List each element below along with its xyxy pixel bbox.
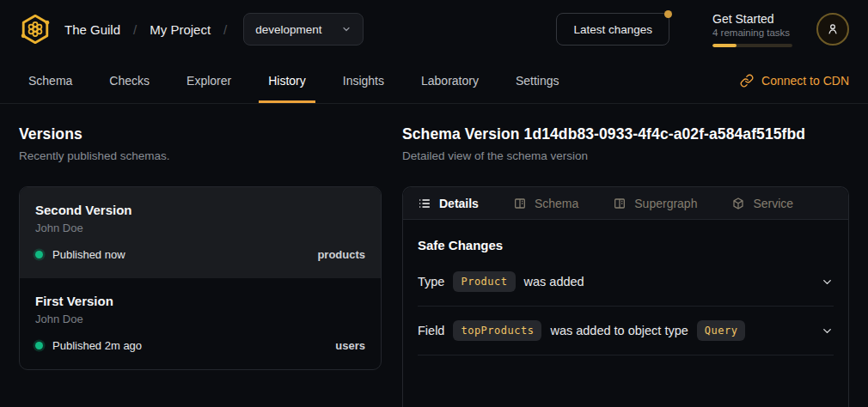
project-name[interactable]: My Project xyxy=(150,22,211,37)
columns-icon xyxy=(513,197,527,210)
tab-laboratory[interactable]: Laboratory xyxy=(412,58,488,103)
version-service: products xyxy=(317,248,365,261)
tab-supergraph[interactable]: Supergraph xyxy=(613,197,697,210)
changes-section: Safe Changes Type Product was added Fiel… xyxy=(403,238,848,355)
chevron-down-icon xyxy=(341,24,351,34)
version-list-item[interactable]: Second Version John Doe Published now pr… xyxy=(20,187,381,278)
code-badge: Product xyxy=(453,271,515,292)
tab-label: Schema xyxy=(535,197,578,210)
tab-schema[interactable]: Schema xyxy=(19,58,82,103)
link-icon xyxy=(740,74,754,88)
schema-version-subtitle: Detailed view of the schema version xyxy=(402,149,849,162)
get-started-progressbar xyxy=(712,44,792,47)
cube-icon xyxy=(731,197,745,210)
version-title: Second Version xyxy=(35,203,365,217)
versions-list: Second Version John Doe Published now pr… xyxy=(19,186,382,370)
tab-settings[interactable]: Settings xyxy=(506,58,569,103)
code-badge: topProducts xyxy=(453,320,541,341)
tab-explorer[interactable]: Explorer xyxy=(177,58,241,103)
target-selector-dropdown[interactable]: development xyxy=(243,13,363,46)
project-nav: Schema Checks Explorer History Insights … xyxy=(0,58,868,104)
latest-changes-button[interactable]: Latest changes xyxy=(556,13,669,46)
tab-schema-view[interactable]: Schema xyxy=(513,197,578,210)
change-prefix: Type xyxy=(418,275,444,289)
tab-details[interactable]: Details xyxy=(418,197,479,210)
safe-changes-heading: Safe Changes xyxy=(418,238,834,252)
change-row[interactable]: Field topProducts was added to object ty… xyxy=(418,307,834,355)
versions-title: Versions xyxy=(19,125,382,143)
code-badge: Query xyxy=(697,320,746,341)
tab-history[interactable]: History xyxy=(259,58,315,103)
notification-dot xyxy=(664,10,672,18)
breadcrumb-separator: / xyxy=(223,22,227,37)
version-status: Published now xyxy=(52,248,125,261)
tab-label: Service xyxy=(753,197,793,210)
version-meta: Published 2m ago users xyxy=(35,339,365,352)
tab-checks[interactable]: Checks xyxy=(100,58,159,103)
org-name[interactable]: The Guild xyxy=(64,22,120,37)
nav-tabs: Schema Checks Explorer History Insights … xyxy=(19,58,587,103)
published-status-icon xyxy=(35,342,43,349)
version-title: First Version xyxy=(35,294,365,308)
hive-logo-icon[interactable] xyxy=(19,13,52,46)
header-actions: Latest changes Get Started 4 remaining t… xyxy=(556,12,849,47)
tab-label: Supergraph xyxy=(634,197,697,210)
target-selector-value: development xyxy=(255,23,321,36)
change-suffix: was added xyxy=(524,275,584,289)
detail-tabs: Details Schema xyxy=(403,187,848,220)
change-prefix: Field xyxy=(418,324,444,337)
get-started-widget[interactable]: Get Started 4 remaining tasks xyxy=(712,12,792,47)
chevron-down-icon[interactable] xyxy=(821,276,834,289)
change-row[interactable]: Type Product was added xyxy=(418,258,834,307)
version-service: users xyxy=(335,339,365,352)
versions-panel: Versions Recently published schemas. Sec… xyxy=(19,104,382,407)
columns-icon xyxy=(613,197,627,210)
versions-subtitle: Recently published schemas. xyxy=(19,149,382,162)
version-status: Published 2m ago xyxy=(52,339,142,352)
schema-version-title: Schema Version 1d14db83-0933-4f4c-a02f-a… xyxy=(402,125,849,143)
connect-to-cdn-label: Connect to CDN xyxy=(761,74,849,88)
breadcrumb-separator: / xyxy=(133,22,137,37)
get-started-progress-fill xyxy=(712,44,737,47)
tab-service[interactable]: Service xyxy=(731,197,793,210)
tab-label: Details xyxy=(439,197,479,210)
breadcrumb: The Guild / My Project / development xyxy=(19,13,364,46)
user-avatar[interactable] xyxy=(816,13,849,46)
tab-insights[interactable]: Insights xyxy=(333,58,394,103)
connect-to-cdn-button[interactable]: Connect to CDN xyxy=(740,58,849,103)
version-author: John Doe xyxy=(35,222,365,234)
version-meta: Published now products xyxy=(35,248,365,261)
change-middle: was added to object type xyxy=(550,324,688,337)
chevron-down-icon[interactable] xyxy=(821,325,834,337)
version-list-item[interactable]: First Version John Doe Published 2m ago … xyxy=(20,278,381,369)
main-content: Versions Recently published schemas. Sec… xyxy=(0,104,868,407)
schema-version-detail: Details Schema xyxy=(402,186,849,407)
latest-changes-label: Latest changes xyxy=(573,23,652,36)
published-status-icon xyxy=(35,251,43,258)
get-started-title: Get Started xyxy=(712,12,792,26)
schema-version-panel: Schema Version 1d14db83-0933-4f4c-a02f-a… xyxy=(402,104,849,407)
list-icon xyxy=(418,197,431,210)
top-header: The Guild / My Project / development Lat… xyxy=(0,0,868,58)
user-icon xyxy=(825,21,840,37)
version-author: John Doe xyxy=(35,313,365,325)
get-started-subtitle: 4 remaining tasks xyxy=(712,27,792,38)
